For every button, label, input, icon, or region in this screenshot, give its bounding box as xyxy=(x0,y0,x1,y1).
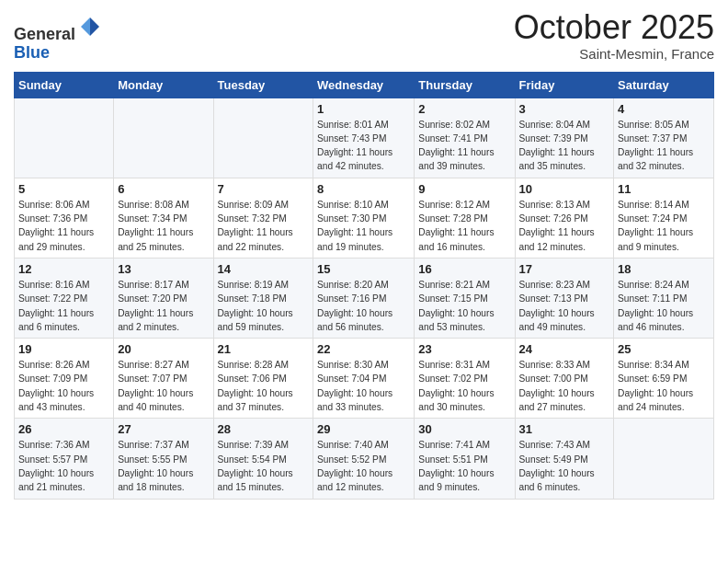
day-number: 22 xyxy=(317,342,410,356)
calendar-cell-w3-d5: 17Sunrise: 8:23 AMSunset: 7:13 PMDayligh… xyxy=(515,258,614,338)
calendar-cell-w1-d1 xyxy=(114,98,213,178)
logo: General Blue xyxy=(14,14,103,63)
day-number: 17 xyxy=(519,262,610,276)
day-number: 13 xyxy=(118,262,209,276)
calendar-cell-w4-d6: 25Sunrise: 8:34 AMSunset: 6:59 PMDayligh… xyxy=(614,339,714,419)
calendar-cell-w3-d2: 14Sunrise: 8:19 AMSunset: 7:18 PMDayligh… xyxy=(213,258,313,338)
day-number: 15 xyxy=(317,262,410,276)
logo-text: General xyxy=(14,14,103,44)
col-sunday: Sunday xyxy=(15,72,114,98)
calendar-week-5: 26Sunrise: 7:36 AMSunset: 5:57 PMDayligh… xyxy=(15,419,714,499)
day-info: Sunrise: 8:31 AMSunset: 7:02 PMDaylight:… xyxy=(418,358,510,414)
logo-icon xyxy=(77,14,103,40)
header: General Blue October 2025 Saint-Mesmin, … xyxy=(14,9,714,63)
day-number: 10 xyxy=(519,182,610,196)
day-number: 3 xyxy=(519,102,610,116)
calendar-cell-w1-d0 xyxy=(15,98,114,178)
calendar-cell-w4-d3: 22Sunrise: 8:30 AMSunset: 7:04 PMDayligh… xyxy=(313,339,415,419)
day-info: Sunrise: 7:40 AMSunset: 5:52 PMDaylight:… xyxy=(317,438,410,494)
calendar-cell-w2-d1: 6Sunrise: 8:08 AMSunset: 7:34 PMDaylight… xyxy=(114,178,213,258)
day-number: 31 xyxy=(519,422,610,436)
calendar-table: Sunday Monday Tuesday Wednesday Thursday… xyxy=(14,72,714,500)
title-block: October 2025 Saint-Mesmin, France xyxy=(514,9,714,62)
day-number: 18 xyxy=(618,262,710,276)
calendar-cell-w1-d5: 3Sunrise: 8:04 AMSunset: 7:39 PMDaylight… xyxy=(515,98,614,178)
day-info: Sunrise: 8:08 AMSunset: 7:34 PMDaylight:… xyxy=(118,198,209,254)
calendar-cell-w5-d3: 29Sunrise: 7:40 AMSunset: 5:52 PMDayligh… xyxy=(313,419,415,499)
calendar-cell-w2-d5: 10Sunrise: 8:13 AMSunset: 7:26 PMDayligh… xyxy=(515,178,614,258)
day-info: Sunrise: 7:43 AMSunset: 5:49 PMDaylight:… xyxy=(519,438,610,494)
calendar-cell-w1-d2 xyxy=(213,98,313,178)
day-info: Sunrise: 8:19 AMSunset: 7:18 PMDaylight:… xyxy=(218,278,310,334)
day-info: Sunrise: 8:17 AMSunset: 7:20 PMDaylight:… xyxy=(118,278,209,334)
calendar-cell-w4-d1: 20Sunrise: 8:27 AMSunset: 7:07 PMDayligh… xyxy=(114,339,213,419)
day-info: Sunrise: 8:20 AMSunset: 7:16 PMDaylight:… xyxy=(317,278,410,334)
day-info: Sunrise: 8:26 AMSunset: 7:09 PMDaylight:… xyxy=(18,358,109,414)
day-info: Sunrise: 8:01 AMSunset: 7:43 PMDaylight:… xyxy=(317,118,410,174)
day-number: 1 xyxy=(317,102,410,116)
col-tuesday: Tuesday xyxy=(213,72,313,98)
day-number: 2 xyxy=(418,102,510,116)
calendar-cell-w3-d6: 18Sunrise: 8:24 AMSunset: 7:11 PMDayligh… xyxy=(614,258,714,338)
calendar-cell-w2-d2: 7Sunrise: 8:09 AMSunset: 7:32 PMDaylight… xyxy=(213,178,313,258)
calendar-cell-w4-d5: 24Sunrise: 8:33 AMSunset: 7:00 PMDayligh… xyxy=(515,339,614,419)
day-info: Sunrise: 8:28 AMSunset: 7:06 PMDaylight:… xyxy=(218,358,310,414)
calendar-cell-w2-d6: 11Sunrise: 8:14 AMSunset: 7:24 PMDayligh… xyxy=(614,178,714,258)
col-thursday: Thursday xyxy=(415,72,515,98)
day-info: Sunrise: 8:05 AMSunset: 7:37 PMDaylight:… xyxy=(618,118,710,174)
calendar-cell-w5-d0: 26Sunrise: 7:36 AMSunset: 5:57 PMDayligh… xyxy=(15,419,114,499)
day-number: 26 xyxy=(18,422,109,436)
day-info: Sunrise: 7:41 AMSunset: 5:51 PMDaylight:… xyxy=(418,438,510,494)
day-info: Sunrise: 8:10 AMSunset: 7:30 PMDaylight:… xyxy=(317,198,410,254)
day-number: 11 xyxy=(618,182,710,196)
day-number: 16 xyxy=(418,262,510,276)
day-info: Sunrise: 8:27 AMSunset: 7:07 PMDaylight:… xyxy=(118,358,209,414)
month-title: October 2025 xyxy=(514,9,714,46)
day-number: 28 xyxy=(218,422,310,436)
day-number: 4 xyxy=(618,102,710,116)
day-info: Sunrise: 8:12 AMSunset: 7:28 PMDaylight:… xyxy=(418,198,510,254)
day-info: Sunrise: 8:34 AMSunset: 6:59 PMDaylight:… xyxy=(618,358,710,414)
day-info: Sunrise: 8:09 AMSunset: 7:32 PMDaylight:… xyxy=(218,198,310,254)
calendar-cell-w5-d4: 30Sunrise: 7:41 AMSunset: 5:51 PMDayligh… xyxy=(415,419,515,499)
calendar-cell-w2-d3: 8Sunrise: 8:10 AMSunset: 7:30 PMDaylight… xyxy=(313,178,415,258)
calendar-cell-w4-d0: 19Sunrise: 8:26 AMSunset: 7:09 PMDayligh… xyxy=(15,339,114,419)
calendar-week-3: 12Sunrise: 8:16 AMSunset: 7:22 PMDayligh… xyxy=(15,258,714,338)
col-saturday: Saturday xyxy=(614,72,714,98)
calendar-week-2: 5Sunrise: 8:06 AMSunset: 7:36 PMDaylight… xyxy=(15,178,714,258)
day-info: Sunrise: 8:04 AMSunset: 7:39 PMDaylight:… xyxy=(519,118,610,174)
day-number: 9 xyxy=(418,182,510,196)
day-number: 6 xyxy=(118,182,209,196)
calendar-body: 1Sunrise: 8:01 AMSunset: 7:43 PMDaylight… xyxy=(15,98,714,499)
day-info: Sunrise: 8:23 AMSunset: 7:13 PMDaylight:… xyxy=(519,278,610,334)
day-info: Sunrise: 8:21 AMSunset: 7:15 PMDaylight:… xyxy=(418,278,510,334)
day-info: Sunrise: 8:06 AMSunset: 7:36 PMDaylight:… xyxy=(18,198,109,254)
calendar-cell-w5-d5: 31Sunrise: 7:43 AMSunset: 5:49 PMDayligh… xyxy=(515,419,614,499)
calendar-week-1: 1Sunrise: 8:01 AMSunset: 7:43 PMDaylight… xyxy=(15,98,714,178)
day-info: Sunrise: 7:36 AMSunset: 5:57 PMDaylight:… xyxy=(18,438,109,494)
day-number: 24 xyxy=(519,342,610,356)
calendar-header-row: Sunday Monday Tuesday Wednesday Thursday… xyxy=(15,72,714,98)
day-number: 25 xyxy=(618,342,710,356)
day-number: 27 xyxy=(118,422,209,436)
day-info: Sunrise: 8:02 AMSunset: 7:41 PMDaylight:… xyxy=(418,118,510,174)
day-info: Sunrise: 8:33 AMSunset: 7:00 PMDaylight:… xyxy=(519,358,610,414)
day-number: 5 xyxy=(18,182,109,196)
day-number: 19 xyxy=(18,342,109,356)
day-number: 7 xyxy=(218,182,310,196)
calendar-cell-w3-d0: 12Sunrise: 8:16 AMSunset: 7:22 PMDayligh… xyxy=(15,258,114,338)
calendar-cell-w3-d4: 16Sunrise: 8:21 AMSunset: 7:15 PMDayligh… xyxy=(415,258,515,338)
day-info: Sunrise: 8:13 AMSunset: 7:26 PMDaylight:… xyxy=(519,198,610,254)
col-monday: Monday xyxy=(114,72,213,98)
calendar-cell-w1-d3: 1Sunrise: 8:01 AMSunset: 7:43 PMDaylight… xyxy=(313,98,415,178)
calendar-cell-w5-d1: 27Sunrise: 7:37 AMSunset: 5:55 PMDayligh… xyxy=(114,419,213,499)
calendar-cell-w5-d6 xyxy=(614,419,714,499)
day-info: Sunrise: 7:39 AMSunset: 5:54 PMDaylight:… xyxy=(218,438,310,494)
calendar-cell-w2-d4: 9Sunrise: 8:12 AMSunset: 7:28 PMDaylight… xyxy=(415,178,515,258)
day-number: 30 xyxy=(418,422,510,436)
day-number: 21 xyxy=(218,342,310,356)
day-number: 20 xyxy=(118,342,209,356)
day-info: Sunrise: 7:37 AMSunset: 5:55 PMDaylight:… xyxy=(118,438,209,494)
calendar-cell-w1-d4: 2Sunrise: 8:02 AMSunset: 7:41 PMDaylight… xyxy=(415,98,515,178)
col-wednesday: Wednesday xyxy=(313,72,415,98)
